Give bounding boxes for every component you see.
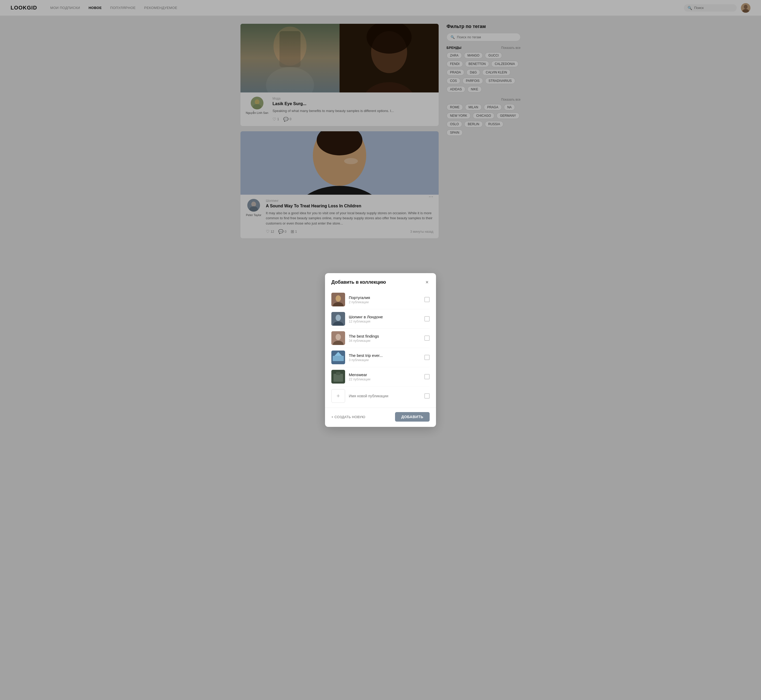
collection-list: Португалия 2 публикации Шопинг в Лондоне… — [325, 290, 436, 405]
collection-checkbox-new[interactable] — [424, 393, 430, 398]
collection-name-findings: The best findings — [349, 334, 421, 338]
new-collection-row: + — [331, 386, 430, 405]
collection-thumb-trip — [331, 350, 345, 364]
collection-name-london: Шопинг в Лондоне — [349, 315, 421, 319]
collection-checkbox-findings[interactable] — [424, 336, 430, 341]
collection-item-trip: The best trip ever... 3 публикации — [331, 348, 430, 367]
modal-footer: + СОЗДАТЬ НОВУЮ ДОБАВИТЬ — [325, 408, 436, 427]
collection-info-portugal: Португалия 2 публикации — [349, 295, 421, 304]
collection-item-portugal: Португалия 2 публикации — [331, 290, 430, 309]
modal-header: Добавить в коллекцию × — [325, 273, 436, 290]
modal-title: Добавить в коллекцию — [331, 280, 386, 285]
create-new-link[interactable]: + СОЗДАТЬ НОВУЮ — [331, 415, 365, 419]
collection-thumb-findings — [331, 331, 345, 345]
modal-close-button[interactable]: × — [424, 278, 430, 286]
collection-item-findings: The best findings 34 публикации — [331, 329, 430, 348]
svg-point-29 — [335, 334, 341, 340]
collection-count-trip: 3 публикации — [349, 358, 421, 362]
collection-thumb-portugal — [331, 293, 345, 306]
collection-count-london: 12 публикация — [349, 320, 421, 323]
collection-count-portugal: 2 публикации — [349, 300, 421, 304]
modal-overlay[interactable]: Добавить в коллекцию × Португалия 2 публ… — [0, 0, 761, 700]
svg-rect-36 — [336, 372, 340, 375]
collection-checkbox-menswear[interactable] — [424, 374, 430, 379]
collection-info-london: Шопинг в Лондоне 12 публикация — [349, 315, 421, 323]
collection-item-london: Шопинг в Лондоне 12 публикация — [331, 309, 430, 329]
add-to-collection-modal: Добавить в коллекцию × Португалия 2 публ… — [325, 273, 436, 427]
collection-item-menswear: Menswear 22 публикации — [331, 367, 430, 386]
svg-point-23 — [335, 295, 341, 302]
collection-name-trip: The best trip ever... — [349, 353, 421, 358]
collection-thumb-london — [331, 312, 345, 326]
collection-name-portugal: Португалия — [349, 295, 421, 300]
svg-point-26 — [335, 315, 341, 321]
add-button[interactable]: ДОБАВИТЬ — [395, 412, 430, 422]
collection-checkbox-portugal[interactable] — [424, 297, 430, 302]
collection-count-findings: 34 публикации — [349, 339, 421, 342]
new-collection-input[interactable] — [349, 394, 421, 398]
collection-name-menswear: Menswear — [349, 372, 421, 377]
collection-info-trip: The best trip ever... 3 публикации — [349, 353, 421, 362]
svg-rect-32 — [333, 356, 344, 361]
collection-count-menswear: 22 публикации — [349, 378, 421, 381]
new-collection-plus-icon: + — [331, 389, 345, 403]
collection-info-menswear: Menswear 22 публикации — [349, 372, 421, 381]
collection-checkbox-london[interactable] — [424, 316, 430, 322]
collection-thumb-menswear — [331, 370, 345, 384]
collection-info-findings: The best findings 34 публикации — [349, 334, 421, 342]
collection-checkbox-trip[interactable] — [424, 355, 430, 360]
